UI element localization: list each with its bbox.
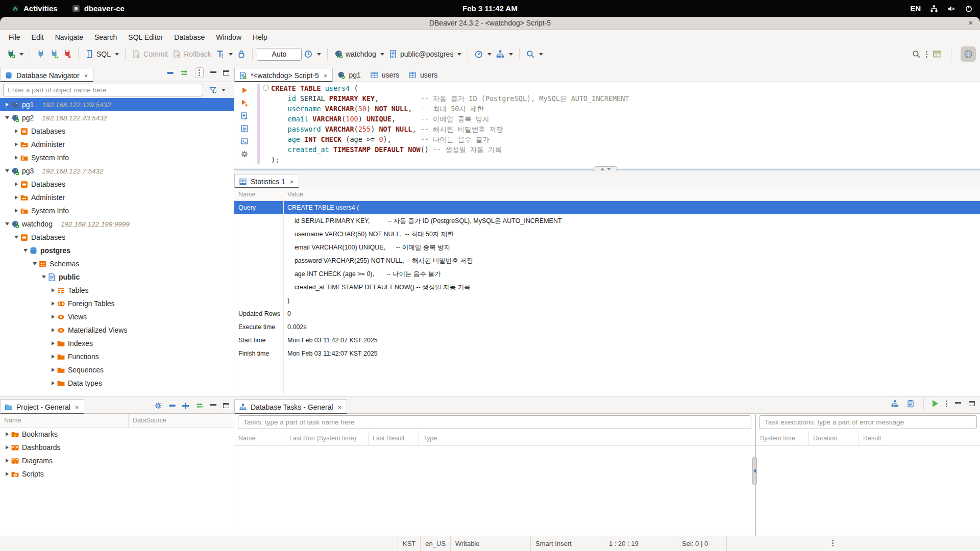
tab-statistics-1[interactable]: Statistics 1 × [234,174,299,188]
expand-arrow-icon[interactable] [49,341,57,345]
tree-item-sequences[interactable]: Sequences [0,363,234,377]
tree-item-administer[interactable]: Administer [0,138,234,151]
toolbar-overflow-icon[interactable] [926,51,927,58]
sql-editor[interactable]: − CREATE TABLE users4 ( id SERIAL PRIMAR… [234,82,980,168]
menu-file[interactable]: File [3,31,26,43]
stats-row-finish-time[interactable]: Finish timeMon Feb 03 11:42:07 KST 2025 [234,347,980,360]
expand-arrow-icon[interactable] [3,459,11,463]
view-menu-icon[interactable] [946,400,947,407]
expand-arrow-icon[interactable] [12,129,20,133]
collapse-arrow-icon[interactable] [3,222,11,226]
code-area[interactable]: CREATE TABLE users4 ( id SERIAL PRIMARY … [271,83,975,165]
tab-pg1[interactable]: pg1 [333,68,365,82]
tree-item-administer[interactable]: Administer [0,191,234,204]
expand-arrow-icon[interactable] [49,355,57,359]
clock[interactable]: Feb 3 11:42 AM [0,4,980,13]
tasks-filter-input[interactable] [238,415,751,429]
menu-search[interactable]: Search [89,31,122,43]
tasks-button[interactable] [494,48,515,60]
tree-item-dashboards[interactable]: Dashboards [0,441,234,454]
status-insert-mode[interactable]: Smart Insert [530,536,604,551]
tree-item-indexes[interactable]: Indexes [0,337,234,350]
column-name[interactable]: Name [234,188,283,201]
stats-row[interactable]: username VARCHAR(50) NOT NULL, -- 최대 50자… [234,228,980,241]
tree-item-public[interactable]: public [0,270,234,284]
active-database-selector[interactable]: public@postgres [386,48,464,60]
expand-arrow-icon[interactable] [49,302,57,306]
status-timezone[interactable]: KST [398,536,420,551]
new-connection-dropdown[interactable] [19,53,23,56]
tab-project-general[interactable]: Project - General × [0,399,84,414]
status-selection[interactable]: Sel: 0 | 0 [677,536,727,551]
search-button[interactable] [524,48,545,60]
close-icon[interactable]: × [84,72,88,80]
expand-arrow-icon[interactable] [12,182,20,186]
column-datasource[interactable]: DataSource [129,417,166,424]
rollback-button[interactable]: Rollback [170,48,213,60]
tab-users[interactable]: users [366,68,404,82]
stats-row-execute-time[interactable]: Execute time0.002s [234,320,980,334]
stats-row-start-time[interactable]: Start timeMon Feb 03 11:42:07 KST 2025 [234,334,980,347]
stats-row[interactable]: id SERIAL PRIMARY KEY, -- 자동 증가 ID (Post… [234,214,980,228]
column-duration[interactable]: Duration [809,431,859,445]
tree-item-views[interactable]: Views [0,310,234,323]
menu-window[interactable]: Window [210,31,247,43]
tree-item-pg3[interactable]: pg3192.168.122.7:5432 [0,164,234,178]
volume-muted-icon[interactable] [947,5,955,13]
window-close-button[interactable]: × [968,18,973,27]
reconnect-button[interactable] [47,48,61,60]
tree-item-data-types[interactable]: Data types [0,377,234,390]
maximize-icon[interactable] [223,403,229,408]
sql-editor-button[interactable]: SQL [83,48,121,60]
executions-table-body[interactable] [756,446,980,536]
column-value[interactable]: Value [283,191,303,198]
search-gray-icon[interactable] [912,49,921,59]
commit-mode-button[interactable]: Auto [257,48,302,61]
expand-arrow-icon[interactable] [3,103,11,107]
column-type[interactable]: Type [419,431,755,445]
menu-help[interactable]: Help [247,31,273,43]
expand-arrow-icon[interactable] [12,209,20,213]
expand-arrow-icon[interactable] [12,195,20,199]
tree-item-tables[interactable]: Tables [0,284,234,297]
close-icon[interactable]: × [324,72,328,80]
collapse-arrow-icon[interactable] [40,276,47,279]
tree-item-system-info[interactable]: System Info [0,151,234,164]
expand-arrow-icon[interactable] [3,445,11,449]
object-filter-input[interactable] [3,84,203,96]
transaction-log-button[interactable] [213,48,235,60]
expand-arrow-icon[interactable] [3,432,11,436]
status-caret-position[interactable]: 1 : 20 : 19 [604,536,677,551]
settings-gear-icon[interactable] [240,150,249,158]
collapse-all-icon[interactable] [169,405,176,407]
tree-item-functions[interactable]: Functions [0,350,234,363]
expand-arrow-icon[interactable] [49,288,57,292]
column-result[interactable]: Result [859,431,980,445]
export-result-icon[interactable] [240,137,249,145]
transaction-dropdown[interactable] [229,53,233,56]
tab-database-tasks[interactable]: Database Tasks - General × [234,399,347,414]
collapse-all-icon[interactable] [167,72,174,74]
autocommit-lock-button[interactable] [235,48,248,60]
minimize-icon[interactable] [210,71,216,77]
column-last-run[interactable]: Last Run (System time) [285,431,369,445]
close-icon[interactable]: × [338,404,342,411]
sql-editor-dropdown[interactable] [115,53,119,56]
network-icon[interactable] [930,5,938,13]
link-with-editor-icon[interactable] [195,402,204,410]
tree-item-pg2[interactable]: pg2192.168.122.43:5432 [0,111,234,124]
menu-edit[interactable]: Edit [26,31,50,43]
editor-splitter[interactable] [234,168,980,171]
history-dropdown[interactable] [317,53,321,56]
perspective-icon[interactable] [933,49,942,59]
expand-arrow-icon[interactable] [3,472,11,476]
dashboard-button[interactable] [472,48,494,60]
collapse-arrow-icon[interactable] [31,262,38,265]
minimize-icon[interactable] [210,404,216,409]
column-last-result[interactable]: Last Result [369,431,419,445]
tree-item-databases[interactable]: Databases [0,178,234,191]
tasks-table-body[interactable] [234,446,755,536]
tree-item-pg1[interactable]: pg1192.168.122.129:5432 [0,98,234,111]
tree-item-scripts[interactable]: Scripts [0,467,234,481]
expand-arrow-icon[interactable] [49,328,57,332]
